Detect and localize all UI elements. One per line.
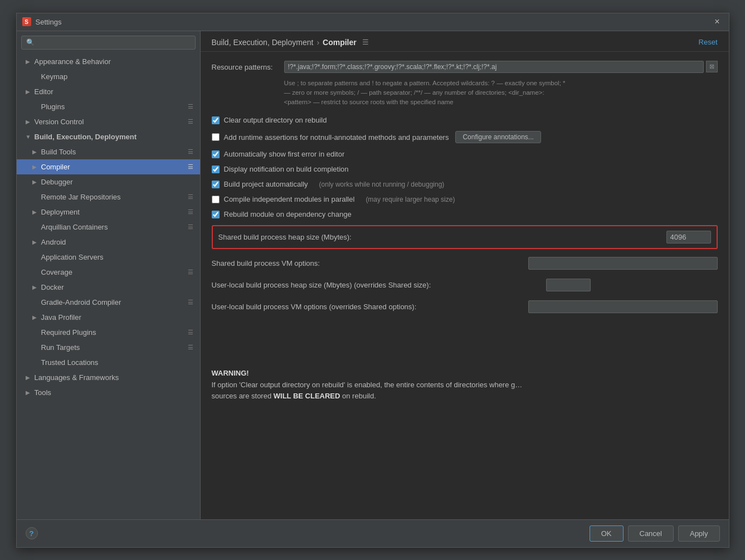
sidebar: 🔍 ▶ Appearance & Behavior Keymap ▶ Edito…: [17, 31, 201, 519]
sidebar-item-build-tools[interactable]: ▶ Build Tools ☰: [17, 144, 200, 159]
sidebar-item-label: Keymap: [41, 72, 68, 81]
show-first-error-checkbox[interactable]: [212, 150, 220, 158]
sidebar-item-android[interactable]: ▶ Android: [17, 235, 200, 250]
breadcrumb-separator: ›: [316, 38, 319, 47]
sidebar-item-debugger[interactable]: ▶ Debugger: [17, 174, 200, 189]
sidebar-item-trusted-locations[interactable]: Trusted Locations: [17, 355, 200, 370]
reset-button[interactable]: Reset: [699, 38, 718, 46]
sidebar-item-tools[interactable]: ▶ Tools: [17, 385, 200, 400]
heap-size-input[interactable]: [666, 231, 711, 244]
sidebar-item-docker[interactable]: ▶ Docker: [17, 280, 200, 295]
sidebar-item-required-plugins[interactable]: Required Plugins ☰: [17, 325, 200, 340]
arrow-icon: ▶: [32, 239, 38, 245]
sidebar-item-build-execution[interactable]: ▼ Build, Execution, Deployment: [17, 129, 200, 144]
sidebar-item-remote-jar[interactable]: Remote Jar Repositories ☰: [17, 189, 200, 204]
main-content: 🔍 ▶ Appearance & Behavior Keymap ▶ Edito…: [17, 31, 729, 519]
settings-icon: ☰: [188, 269, 193, 276]
search-input[interactable]: [38, 38, 191, 47]
resource-patterns-row: Resource patterns: ⊠: [212, 61, 718, 73]
checkbox-display-notification: Display notification on build completion: [212, 164, 718, 174]
main-header: Build, Execution, Deployment › Compiler …: [201, 31, 729, 52]
sidebar-item-arquillian[interactable]: Arquillian Containers ☰: [17, 220, 200, 235]
window-title: Settings: [36, 18, 712, 26]
search-box[interactable]: 🔍: [21, 36, 196, 50]
breadcrumb-config-icon[interactable]: ☰: [362, 38, 369, 46]
vm-options-label: Shared build process VM options:: [212, 259, 528, 267]
sidebar-item-keymap[interactable]: Keymap: [17, 69, 200, 84]
sidebar-item-label: Android: [41, 238, 66, 246]
sidebar-item-languages-frameworks[interactable]: ▶ Languages & Frameworks: [17, 370, 200, 385]
warning-box: WARNING! If option 'Clear output directo…: [212, 360, 718, 406]
sidebar-item-label: Compiler: [41, 163, 70, 171]
sidebar-item-coverage[interactable]: Coverage ☰: [17, 265, 200, 280]
heap-size-label: Shared build process heap size (Mbytes):: [218, 233, 666, 241]
user-heap-input[interactable]: [546, 279, 591, 291]
checkbox-compile-parallel: Compile independent modules in parallel …: [212, 194, 718, 204]
sidebar-item-label: Java Profiler: [41, 313, 81, 322]
display-notification-checkbox[interactable]: [212, 165, 220, 173]
rebuild-module-label: Rebuild module on dependency change: [224, 210, 352, 218]
settings-icon: ☰: [188, 223, 193, 231]
sidebar-item-label: Run Targets: [41, 343, 80, 352]
sidebar-item-app-servers[interactable]: Application Servers: [17, 250, 200, 265]
settings-icon: ☰: [188, 103, 193, 110]
show-first-error-label: Automatically show first error in editor: [224, 150, 345, 158]
vm-options-input[interactable]: [528, 257, 718, 270]
resource-patterns-input[interactable]: [284, 61, 704, 73]
configure-annotations-button[interactable]: Configure annotations...: [455, 131, 541, 143]
add-assertions-checkbox[interactable]: [212, 133, 220, 141]
settings-window: S Settings × 🔍 ▶ Appearance & Behavior K…: [16, 13, 729, 548]
breadcrumb-current: Compiler: [323, 38, 357, 47]
clear-output-label: Clear output directory on rebuild: [224, 116, 327, 124]
hint-text: Use ; to separate patterns and ! to nega…: [212, 79, 718, 108]
compile-parallel-checkbox[interactable]: [212, 196, 220, 203]
arrow-icon: ▶: [26, 374, 31, 381]
titlebar: S Settings ×: [17, 13, 729, 31]
clear-output-checkbox[interactable]: [212, 116, 220, 124]
sidebar-item-label: Build, Execution, Deployment: [35, 133, 137, 141]
arrow-icon: ▶: [26, 119, 31, 125]
sidebar-item-label: Languages & Frameworks: [35, 373, 119, 382]
sidebar-item-label: Editor: [35, 87, 53, 96]
help-button[interactable]: ?: [26, 527, 38, 539]
sidebar-item-label: Docker: [41, 283, 64, 291]
rebuild-module-checkbox[interactable]: [212, 211, 220, 218]
user-vm-row: User-local build process VM options (ove…: [212, 298, 718, 315]
main-panel: Build, Execution, Deployment › Compiler …: [201, 31, 729, 519]
breadcrumb: Build, Execution, Deployment › Compiler …: [212, 38, 369, 47]
arrow-icon: ▶: [32, 164, 38, 170]
arrow-icon: ▼: [26, 134, 31, 140]
user-vm-input[interactable]: [528, 300, 718, 313]
sidebar-item-compiler[interactable]: ▶ Compiler ☰: [17, 159, 200, 174]
sidebar-item-run-targets[interactable]: Run Targets ☰: [17, 340, 200, 355]
sidebar-item-label: Required Plugins: [41, 328, 96, 337]
vm-options-row: Shared build process VM options:: [212, 255, 718, 272]
expand-button[interactable]: ⊠: [706, 61, 718, 72]
add-assertions-label: Add runtime assertions for notnull-annot…: [224, 133, 449, 142]
sidebar-item-gradle-android[interactable]: Gradle-Android Compiler ☰: [17, 295, 200, 310]
checkbox-show-error: Automatically show first error in editor: [212, 149, 718, 159]
resource-patterns-label: Resource patterns:: [212, 61, 284, 71]
ok-button[interactable]: OK: [590, 525, 624, 542]
cancel-button[interactable]: Cancel: [628, 525, 674, 542]
user-heap-label: User-local build process heap size (Mbyt…: [212, 281, 546, 289]
sidebar-item-version-control[interactable]: ▶ Version Control ☰: [17, 114, 200, 129]
settings-icon: ☰: [188, 193, 193, 201]
sidebar-item-deployment[interactable]: ▶ Deployment ☰: [17, 204, 200, 220]
sidebar-item-label: Arquillian Containers: [41, 223, 108, 231]
sidebar-item-label: Deployment: [41, 208, 80, 216]
sidebar-item-label: Version Control: [35, 118, 84, 126]
sidebar-item-editor[interactable]: ▶ Editor: [17, 84, 200, 99]
sidebar-item-appearance[interactable]: ▶ Appearance & Behavior: [17, 54, 200, 69]
build-auto-label: Build project automatically: [224, 180, 308, 188]
compile-parallel-label: Compile independent modules in parallel: [224, 195, 355, 203]
apply-button[interactable]: Apply: [678, 525, 720, 542]
sidebar-item-label: Remote Jar Repositories: [41, 193, 121, 201]
sidebar-item-label: Appearance & Behavior: [35, 57, 111, 66]
sidebar-item-java-profiler[interactable]: ▶ Java Profiler: [17, 310, 200, 325]
sidebar-item-plugins[interactable]: Plugins ☰: [17, 99, 200, 114]
close-button[interactable]: ×: [711, 16, 723, 28]
build-auto-checkbox[interactable]: [212, 181, 220, 188]
user-heap-row: User-local build process heap size (Mbyt…: [212, 276, 718, 294]
settings-icon: ☰: [188, 163, 193, 171]
